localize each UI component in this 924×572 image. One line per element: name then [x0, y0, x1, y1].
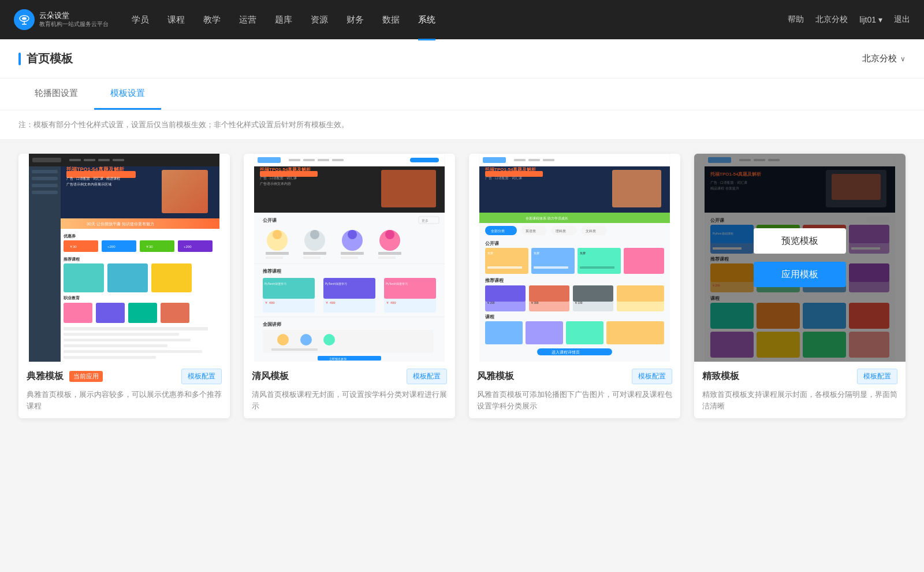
tabs: 轮播图设置 模板设置 [18, 79, 906, 110]
svg-rect-140 [485, 285, 526, 302]
svg-rect-95 [254, 317, 445, 317]
svg-rect-42 [64, 333, 179, 336]
svg-rect-151 [485, 321, 523, 344]
svg-rect-79 [378, 252, 401, 255]
template-config-btn-4[interactable]: 模板配置 [857, 369, 897, 384]
svg-rect-84 [263, 278, 315, 299]
svg-rect-49 [258, 157, 281, 163]
template-config-btn-1[interactable]: 模板配置 [181, 369, 222, 384]
nav-questions[interactable]: 题库 [275, 12, 292, 28]
template-name-1: 典雅模板 [27, 370, 64, 382]
svg-rect-61 [254, 213, 445, 213]
logo-subtitle: 教育机构一站式服务云平台 [39, 20, 109, 28]
svg-point-98 [277, 334, 289, 346]
svg-rect-101 [271, 348, 295, 351]
templates-grid: 托福TPO1-54真题及解析 广告 · 口语配套 · 词汇课 · 精进课程 广告… [18, 154, 906, 418]
svg-rect-30 [178, 240, 213, 252]
tabs-container: 轮播图设置 模板设置 [0, 79, 924, 110]
svg-text:￥ 499: ￥ 499 [325, 301, 336, 304]
nav-system[interactable]: 系统 [418, 12, 435, 28]
svg-text:理科类: 理科类 [556, 229, 566, 233]
nav-help[interactable]: 帮助 [788, 14, 804, 25]
template-name-row-2: 清风模板 模板配置 [252, 369, 447, 384]
template-name-row-4: 精致模板 模板配置 [702, 369, 897, 384]
svg-rect-45 [64, 350, 202, 353]
svg-text:职业教育: 职业教育 [63, 295, 80, 300]
svg-point-72 [385, 230, 394, 239]
nav-branch[interactable]: 北京分校 [815, 14, 848, 25]
nav-courses[interactable]: 课程 [167, 12, 185, 28]
svg-rect-146 [573, 285, 613, 302]
template-config-btn-3[interactable]: 模板配置 [632, 369, 672, 384]
svg-rect-53 [332, 159, 344, 161]
svg-rect-26 [102, 240, 136, 252]
nav-data[interactable]: 数据 [382, 12, 400, 28]
nav-operations[interactable]: 运营 [239, 12, 256, 28]
nav-finance[interactable]: 财务 [346, 12, 364, 28]
template-card-2: 托福TPO1-54真题及解析 广告 · 口语配套 · 词汇课 广告语示例文本内容… [244, 154, 455, 418]
svg-rect-50 [289, 159, 300, 161]
template-name-row-1: 典雅模板 当前应用 模板配置 [27, 369, 222, 384]
svg-rect-73 [266, 252, 289, 255]
svg-rect-28 [140, 240, 174, 252]
svg-rect-116 [479, 213, 670, 223]
template-name-3: 风雅模板 [477, 370, 514, 382]
svg-rect-154 [606, 321, 664, 344]
templates-section: 托福TPO1-54真题及解析 广告 · 口语配套 · 词汇课 · 精进课程 广告… [0, 140, 924, 432]
svg-rect-43 [64, 339, 191, 341]
template-preview-3[interactable]: 托福TPO1-54真题及解析 广告 · 口语配套 · 词汇课 全面课程体系 助力… [469, 154, 680, 362]
template-config-btn-2[interactable]: 模板配置 [407, 369, 447, 384]
preview-template-btn[interactable]: 预览模板 [754, 228, 846, 254]
branch-selector[interactable]: 北京分校 ∨ [862, 53, 906, 64]
tab-template[interactable]: 模板设置 [94, 79, 161, 110]
nav-resources[interactable]: 资源 [311, 12, 328, 28]
svg-rect-51 [303, 159, 315, 161]
svg-text:￥30: ￥30 [146, 245, 153, 248]
svg-text:广告 · 口语配套 · 词汇课 · 精进课程: 广告 · 口语配套 · 词汇课 · 精进课程 [66, 176, 120, 180]
nav-students[interactable]: 学员 [132, 12, 149, 28]
template-name-2: 清风模板 [252, 370, 289, 382]
svg-rect-38 [96, 303, 125, 323]
svg-text:优惠券: 优惠券 [63, 233, 76, 238]
svg-rect-54 [410, 158, 439, 162]
svg-rect-20 [162, 170, 208, 213]
svg-text:全部分类: 全部分类 [491, 229, 505, 233]
svg-rect-33 [64, 263, 104, 292]
svg-rect-106 [479, 154, 670, 166]
nav-menu: 学员 课程 教学 运营 题库 资源 财务 数据 系统 [132, 12, 788, 28]
svg-rect-80 [378, 257, 396, 259]
template-footer-2: 清风模板 模板配置 清风首页模板课程无封面，可设置按学科分类对课程进行展示 [244, 362, 455, 418]
svg-text:文科类: 文科类 [586, 229, 596, 233]
svg-rect-107 [483, 157, 506, 163]
svg-text:全面课程体系 助力学员成长: 全面课程体系 助力学员成长 [526, 217, 568, 220]
template-footer-4: 精致模板 模板配置 精致首页模板支持课程展示封面，各模板分隔明显，界面简洁清晰 [694, 362, 906, 418]
svg-rect-133 [534, 266, 568, 269]
tab-carousel[interactable]: 轮播图设置 [18, 79, 94, 110]
svg-rect-77 [341, 252, 364, 255]
svg-text:PyTorch深度学习: PyTorch深度学习 [325, 282, 347, 285]
svg-text:¥ 299: ¥ 299 [487, 301, 495, 304]
template-preview-2[interactable]: 托福TPO1-54真题及解析 广告 · 口语配套 · 词汇课 广告语示例文本内容… [244, 154, 455, 362]
template-desc-2: 清风首页模板课程无封面，可设置按学科分类对课程进行展示 [252, 389, 447, 411]
nav-user[interactable]: lijt01 ▾ [859, 15, 882, 24]
svg-text:30天 让你摆脱平庸 知识使你更有魅力: 30天 让你摆脱平庸 知识使你更有魅力 [87, 222, 154, 226]
svg-rect-103 [318, 356, 381, 361]
nav-logout[interactable]: 退出 [894, 14, 910, 25]
svg-point-68 [310, 230, 319, 239]
svg-rect-52 [318, 159, 329, 161]
nav-teaching[interactable]: 教学 [203, 12, 221, 28]
svg-rect-35 [151, 263, 192, 292]
svg-rect-8 [98, 159, 110, 161]
svg-text:广告 · 口语配套 · 词汇课: 广告 · 口语配套 · 词汇课 [485, 176, 522, 180]
svg-rect-37 [64, 303, 92, 323]
svg-text:托福TPO1-54真题及解析: 托福TPO1-54真题及解析 [259, 166, 311, 172]
nav-right: 帮助 北京分校 lijt01 ▾ 退出 [788, 14, 910, 25]
svg-rect-76 [303, 257, 321, 259]
template-desc-1: 典雅首页模板，展示内容较多，可以展示优惠券和多个推荐课程 [27, 389, 222, 411]
apply-template-btn[interactable]: 应用模板 [754, 262, 846, 287]
template-preview-1[interactable]: 托福TPO1-54真题及解析 广告 · 口语配套 · 词汇课 · 精进课程 广告… [18, 154, 230, 362]
svg-rect-39 [128, 303, 157, 323]
template-preview-4[interactable]: 托福TPO1-54真题及解析 广告 · 口语配套 · 词汇课 精品课程 全面提升… [694, 154, 906, 362]
svg-text:¥ 399: ¥ 399 [531, 301, 539, 304]
svg-rect-5 [32, 158, 61, 162]
